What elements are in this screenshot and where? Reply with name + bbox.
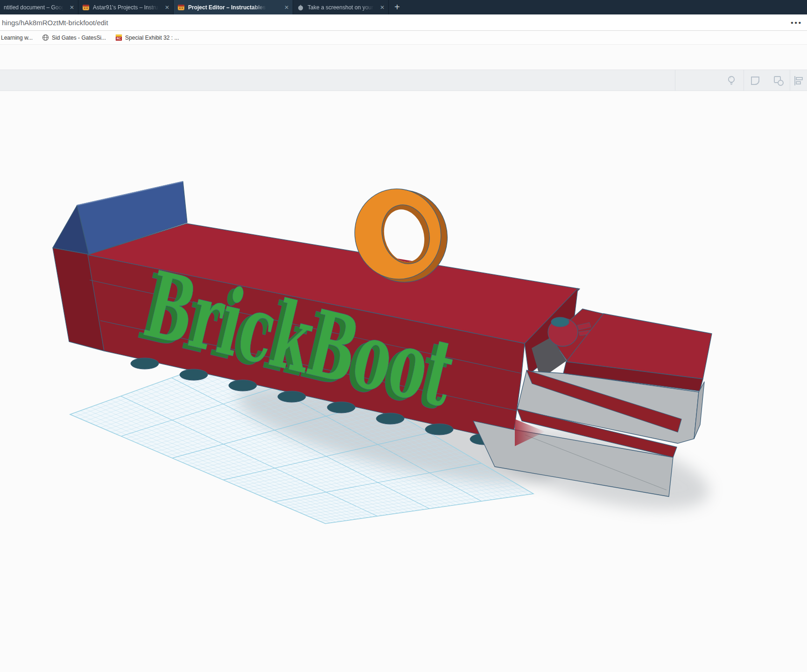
tab-project-editor[interactable]: Project Editor – Instructables ✕ [174,0,293,14]
url-field[interactable]: hings/hAk8mROztMt-brickfoot/edit [0,19,108,27]
align-icon[interactable] [792,74,805,87]
bookmark-label: Sid Gates - GatesSi... [52,35,106,41]
bookmark-sid-gates[interactable]: Sid Gates - GatesSi... [42,34,106,41]
bookmarks-bar: Learning w... Sid Gates - GatesSi... RC … [0,31,807,45]
tab-close-icon[interactable]: ✕ [67,4,74,11]
3d-viewport[interactable]: BrickBoot BrickBoot [0,91,807,672]
3d-scene: BrickBoot BrickBoot [0,91,807,672]
apple-icon [297,4,304,11]
bookmark-special-exhibit[interactable]: RC Special Exhibit 32 : ... [115,34,179,41]
instructables-robot-icon [82,4,90,11]
lightbulb-icon[interactable] [725,74,738,87]
tab-label: Astar91's Projects – Instructabl [93,4,159,11]
bookmark-label: Special Exhibit 32 : ... [125,35,179,41]
tab-astar91-projects[interactable]: Astar91's Projects – Instructabl ✕ [78,0,174,14]
tab-label: Take a screenshot on your Mac [308,4,374,11]
bookmark-learning[interactable]: Learning w... [1,35,33,41]
toolbar-divider [790,70,790,91]
toolbar-divider [744,70,744,91]
tab-close-icon[interactable]: ✕ [162,4,169,11]
svg-text:RC: RC [117,37,121,40]
knob-teal-top [551,317,569,327]
tab-label: Project Editor – Instructables [188,4,266,11]
globe-icon [42,34,49,41]
tab-bar: ntitled document – Google Do ✕ Astar91's… [0,0,807,14]
toolbar-divider [675,70,675,91]
new-tab-button[interactable]: + [389,0,406,14]
tab-close-icon[interactable]: ✕ [377,4,385,11]
url-bar: hings/hAk8mROztMt-brickfoot/edit ••• [0,14,807,31]
bookmark-label: Learning w... [1,35,33,41]
tab-take-screenshot[interactable]: Take a screenshot on your Mac ✕ [293,0,389,14]
overflow-menu-icon[interactable]: ••• [791,19,802,27]
ungroup-icon[interactable] [772,74,785,87]
tab-google-docs[interactable]: ntitled document – Google Do ✕ [0,0,78,14]
rc-logo-icon: RC [115,34,122,41]
instructables-robot-icon [177,4,185,11]
editor-toolbar [0,70,807,91]
page-header-spacer [0,45,807,70]
tab-close-icon[interactable]: ✕ [281,4,289,11]
group-icon[interactable] [749,74,762,87]
tab-label: ntitled document – Google Do [4,4,63,11]
browser-window: ntitled document – Google Do ✕ Astar91's… [0,0,807,672]
